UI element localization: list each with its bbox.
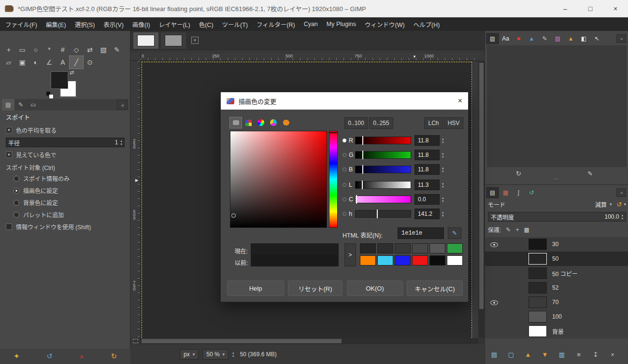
history-color[interactable] [377, 243, 393, 253]
history-color[interactable] [412, 255, 428, 266]
visibility-toggle[interactable] [489, 324, 500, 338]
channel-b-slider[interactable] [355, 166, 411, 173]
channel-b-radio[interactable] [343, 168, 346, 171]
zoom-select[interactable]: 50 % ▾ [202, 349, 228, 360]
pencil-tool[interactable]: ✎ [110, 43, 124, 56]
visibility-toggle[interactable] [489, 280, 500, 295]
wheel-selector-tab[interactable] [255, 117, 267, 128]
layer-row[interactable]: 背景 [485, 324, 628, 338]
watercolor-selector-tab[interactable] [280, 117, 292, 128]
menu-layer[interactable]: レイヤー(L) [155, 20, 195, 29]
layers-tab[interactable]: ▤ [486, 187, 499, 198]
color-picker-button[interactable]: ✎ [448, 227, 461, 239]
layer-row[interactable]: 52 [485, 280, 628, 295]
device-status-tab[interactable]: ✎ [14, 99, 27, 111]
layer-row[interactable]: 100 [485, 309, 628, 324]
menu-filters[interactable]: フィルター(R) [252, 20, 300, 29]
layer-row[interactable]: 50 コピー [485, 266, 628, 280]
quick-mask-toggle[interactable] [130, 338, 141, 344]
transform-tool[interactable]: ◇ [70, 43, 83, 56]
maximize-button[interactable]: □ [578, 0, 603, 17]
channels-tab[interactable]: ▦ [499, 187, 512, 198]
history-color[interactable] [447, 243, 463, 253]
history-color[interactable] [395, 243, 411, 253]
default-colors-icon[interactable] [46, 92, 53, 98]
horizontal-ruler[interactable]: 0 250 500 750 1000 ▼ [141, 53, 478, 61]
visibility-toggle[interactable] [489, 252, 500, 266]
flip-tool[interactable]: ⇄ [83, 43, 97, 56]
pointer-tab[interactable]: ↖ [590, 33, 603, 44]
menu-cyan[interactable]: Cyan [300, 21, 322, 28]
menu-colors[interactable]: 色(C) [195, 20, 218, 29]
channel-g-radio[interactable] [343, 153, 346, 157]
fonts-tab[interactable]: Aa [499, 33, 512, 44]
visibility-toggle[interactable] [489, 266, 500, 280]
new-group-button[interactable]: ▢ [504, 348, 518, 361]
dynamics-tab[interactable]: ✎ [538, 33, 551, 44]
cancel-icon[interactable]: × [80, 352, 84, 361]
dock-menu-button[interactable]: ◃ [117, 100, 128, 110]
range-0-255-button[interactable]: 0..255 [369, 117, 393, 129]
hue-strip[interactable] [329, 131, 338, 228]
menu-help[interactable]: ヘルプ(H) [409, 20, 444, 29]
lock-position-icon[interactable]: + [515, 226, 519, 233]
image-tab-2[interactable] [161, 32, 186, 49]
history-color[interactable] [429, 243, 445, 253]
html-notation-input[interactable]: 1e1e1e [398, 227, 444, 239]
vertical-ruler[interactable]: 250 500 750 ▶ [130, 61, 141, 338]
visibility-toggle[interactable] [489, 309, 500, 324]
channel-g-slider[interactable] [355, 151, 411, 159]
channel-c-radio[interactable] [343, 197, 346, 201]
unit-select[interactable]: px ▾ [180, 349, 199, 360]
channel-h-value[interactable]: 141.2 [414, 209, 440, 219]
channel-c-slider[interactable] [355, 196, 411, 203]
channel-g-spinner[interactable]: ▴▾ [442, 152, 444, 158]
lower-layer-button[interactable]: ▼ [538, 348, 552, 361]
hsv-button[interactable]: HSV [444, 117, 463, 129]
mode-select[interactable]: 減算 ▾ [595, 200, 612, 209]
channel-r-slider[interactable] [355, 137, 411, 144]
palettes-tab[interactable]: ■ [512, 33, 525, 44]
pick-only-radio[interactable] [14, 176, 19, 182]
set-background-radio[interactable] [14, 200, 19, 206]
channel-l-value[interactable]: 11.3 [414, 180, 440, 190]
dock-menu-button[interactable]: ◃ [616, 188, 626, 197]
saturation-value-square[interactable] [230, 131, 327, 228]
foreground-color-swatch[interactable] [51, 72, 68, 88]
horizontal-scrollbar[interactable] [141, 338, 478, 344]
dock-resize-grip[interactable]: ⋯ [485, 176, 628, 182]
menu-select[interactable]: 選択(S) [71, 20, 100, 29]
menu-tools[interactable]: ツール(T) [218, 20, 252, 29]
delete-layer-button[interactable]: × [605, 348, 620, 361]
channel-h-spinner[interactable]: ▴▾ [442, 210, 444, 217]
channel-r-spinner[interactable]: ▴▾ [442, 137, 444, 144]
channel-l-radio[interactable] [343, 183, 346, 187]
channel-b-value[interactable]: 11.8 [414, 164, 440, 175]
free-select-tool[interactable]: ○ [29, 43, 43, 56]
paths-tab[interactable]: ∫ [512, 187, 525, 198]
radius-slider[interactable]: 半径 1 ▴▾ [6, 138, 125, 147]
menu-file[interactable]: ファイル(F) [1, 20, 42, 29]
minimize-button[interactable]: – [553, 0, 578, 17]
dialog-title-bar[interactable]: 描画色の変更 × [221, 92, 468, 110]
add-to-history-button[interactable]: > [344, 243, 356, 266]
cmyk-selector-tab[interactable] [268, 117, 279, 128]
menu-my-plugins[interactable]: My Plugins [322, 21, 360, 28]
zoom-tool[interactable]: ⊙ [83, 56, 97, 69]
help-button[interactable]: Help [227, 280, 284, 296]
lch-button[interactable]: LCh [424, 117, 443, 129]
clone-tool[interactable]: ▣ [15, 56, 29, 69]
dialog-close-button[interactable]: × [458, 97, 462, 105]
text-tool[interactable]: A [56, 56, 70, 69]
menu-windows[interactable]: ウィンドウ(W) [360, 20, 409, 29]
sample-merged-checkbox[interactable]: × [6, 152, 12, 158]
channel-h-radio[interactable] [343, 212, 346, 216]
vertical-scroll-thumb[interactable] [479, 63, 484, 309]
history-color[interactable] [360, 255, 376, 266]
dock-menu-button[interactable]: ◃ [616, 34, 626, 43]
menu-edit[interactable]: 編集(E) [42, 20, 71, 29]
smudge-tool[interactable]: ◐ [29, 56, 43, 69]
history-color[interactable] [377, 255, 393, 266]
menu-view[interactable]: 表示(V) [99, 20, 128, 29]
reset-button[interactable]: リセット(R) [288, 280, 343, 296]
